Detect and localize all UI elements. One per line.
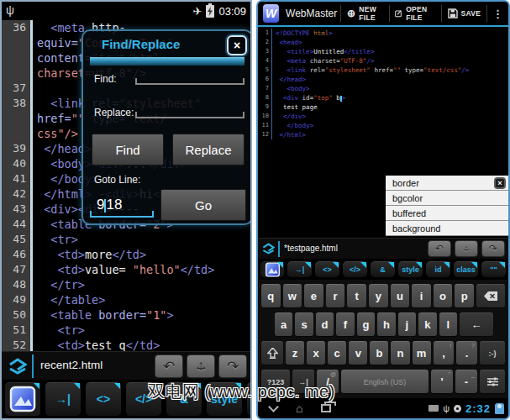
snippet-button-3[interactable]: </> xyxy=(342,260,368,278)
dialog-close-icon[interactable]: × xyxy=(227,35,247,55)
key-smiley[interactable]: :-) xyxy=(480,341,505,365)
code-text: </head> xyxy=(272,75,306,84)
key-w[interactable]: w xyxy=(283,284,302,307)
key-u[interactable]: u xyxy=(391,284,410,307)
autocomplete-item-2[interactable]: bgcolor xyxy=(386,191,508,206)
undo-button[interactable]: ↶ xyxy=(428,240,451,257)
undo-button[interactable]: ↶ xyxy=(155,354,183,378)
code-text: <tr> xyxy=(33,323,85,338)
snippet-button-8[interactable]: "" xyxy=(481,260,507,278)
line-number: 3 xyxy=(258,47,272,56)
line-number xyxy=(2,50,33,66)
file-switcher-icon[interactable] xyxy=(8,358,27,375)
key-space[interactable]: English (US) xyxy=(341,370,429,393)
key-y[interactable]: y xyxy=(369,284,388,307)
key-d[interactable]: d xyxy=(316,312,334,336)
key-input-options[interactable] xyxy=(480,370,505,393)
key-o[interactable]: o xyxy=(434,284,453,307)
snippet-button-2[interactable]: <> xyxy=(314,260,340,278)
webmaster-logo: W xyxy=(263,4,279,23)
right-code-editor[interactable]: 1<!DOCTYPE html>2 <head>3 <title>Untitle… xyxy=(258,29,508,141)
file-switcher-icon[interactable] xyxy=(262,243,275,255)
keyboard-toggle-button[interactable] xyxy=(4,381,41,417)
autocomplete-item-1[interactable]: border xyxy=(386,176,508,191)
key-shift[interactable] xyxy=(261,341,283,365)
key-t[interactable]: t xyxy=(347,284,366,307)
find-label: Find: xyxy=(94,73,117,85)
line-number: 1 xyxy=(258,29,272,38)
key-h[interactable]: h xyxy=(377,312,395,336)
code-line: 8 <div id="top" b> xyxy=(258,93,508,102)
key-comma[interactable]: ,! xyxy=(434,341,455,365)
redo-button[interactable]: ↷ xyxy=(218,354,247,378)
code-line: 2 <head> xyxy=(258,38,508,47)
overflow-menu-icon[interactable]: ⋮ xyxy=(491,8,508,20)
key-x[interactable]: x xyxy=(307,341,325,365)
autocomplete-item-3[interactable]: buffered xyxy=(386,206,508,221)
key-j[interactable]: j xyxy=(398,312,416,336)
snippet-button-6[interactable]: id xyxy=(425,260,451,278)
key-g[interactable]: g xyxy=(357,312,375,336)
key-n[interactable]: n xyxy=(391,341,409,365)
key-z[interactable]: z xyxy=(286,341,304,365)
left-status-bar: ψ ✈ 03:09 xyxy=(2,2,250,20)
user-status-icon xyxy=(495,403,504,414)
code-line: 48 </tr> xyxy=(2,277,250,292)
snippet-button-1[interactable]: →| xyxy=(287,260,313,278)
pan-button[interactable]: ↔↕ xyxy=(455,240,478,257)
snippet-button-5[interactable]: style xyxy=(397,260,423,278)
key-a[interactable]: a xyxy=(275,312,292,336)
key-p[interactable]: p xyxy=(455,284,474,307)
goto-line-input[interactable]: 918 xyxy=(90,189,154,218)
find-replace-dialog: × Find/Replace Find: Replace: Find Repla… xyxy=(81,29,252,225)
recent-apps-icon[interactable] xyxy=(321,404,331,412)
divider xyxy=(32,354,34,378)
snippet-button-4[interactable]: & xyxy=(370,260,396,278)
nav-clock[interactable]: 2:32 xyxy=(465,402,491,415)
key-s[interactable]: s xyxy=(295,312,313,336)
new-file-button[interactable]: ⊕NEW FILE xyxy=(344,5,386,22)
key-c[interactable]: c xyxy=(328,341,346,365)
key-f[interactable]: f xyxy=(336,312,354,336)
key-q[interactable]: q xyxy=(261,284,281,307)
backspace-icon xyxy=(484,291,498,301)
key-period[interactable]: .? xyxy=(456,341,477,365)
replace-input[interactable] xyxy=(135,102,244,118)
find-input[interactable] xyxy=(135,68,244,85)
redo-button[interactable]: ↷ xyxy=(481,240,505,257)
home-button-icon[interactable]: ⌂ xyxy=(296,402,302,415)
find-button[interactable]: Find xyxy=(92,134,164,165)
key-dash[interactable]: -_ xyxy=(455,370,477,393)
key-v[interactable]: v xyxy=(349,341,367,365)
key-b[interactable]: b xyxy=(370,341,388,365)
replace-button[interactable]: Replace xyxy=(172,134,244,165)
pan-button[interactable]: ↔↕ xyxy=(187,354,215,378)
plus-circle-icon: ⊕ xyxy=(347,8,355,19)
key-apostrophe[interactable]: '" xyxy=(431,370,453,393)
line-number: 43 xyxy=(2,202,33,217)
code-line: 1<!DOCTYPE html> xyxy=(258,29,508,38)
code-text: <body> xyxy=(272,84,310,93)
key-enter[interactable]: ← xyxy=(460,312,493,336)
key-m[interactable]: m xyxy=(413,341,431,365)
sliders-icon xyxy=(487,377,498,386)
divider xyxy=(340,5,341,22)
keyboard-toggle-button[interactable] xyxy=(260,260,285,278)
line-number: 39 xyxy=(2,141,33,156)
autocomplete-close-icon[interactable]: × xyxy=(494,177,506,189)
open-file-button[interactable]: OPEN FILE xyxy=(392,5,437,22)
autocomplete-item-4[interactable]: background xyxy=(386,221,508,236)
key-r[interactable]: r xyxy=(326,284,345,307)
key-i[interactable]: i xyxy=(412,284,431,307)
code-text: <head> xyxy=(272,38,302,47)
snippet-button-2[interactable]: <> xyxy=(85,381,122,417)
go-button[interactable]: Go xyxy=(160,189,246,221)
key-k[interactable]: k xyxy=(418,312,436,336)
key-l[interactable]: l xyxy=(439,312,457,336)
snippet-button-7[interactable]: class xyxy=(453,260,479,278)
save-button[interactable]: SAVE xyxy=(445,8,484,18)
key-e[interactable]: e xyxy=(304,284,323,307)
open-file-icon xyxy=(395,8,402,18)
snippet-button-1[interactable]: →| xyxy=(45,381,81,417)
key-backspace[interactable] xyxy=(476,284,505,307)
